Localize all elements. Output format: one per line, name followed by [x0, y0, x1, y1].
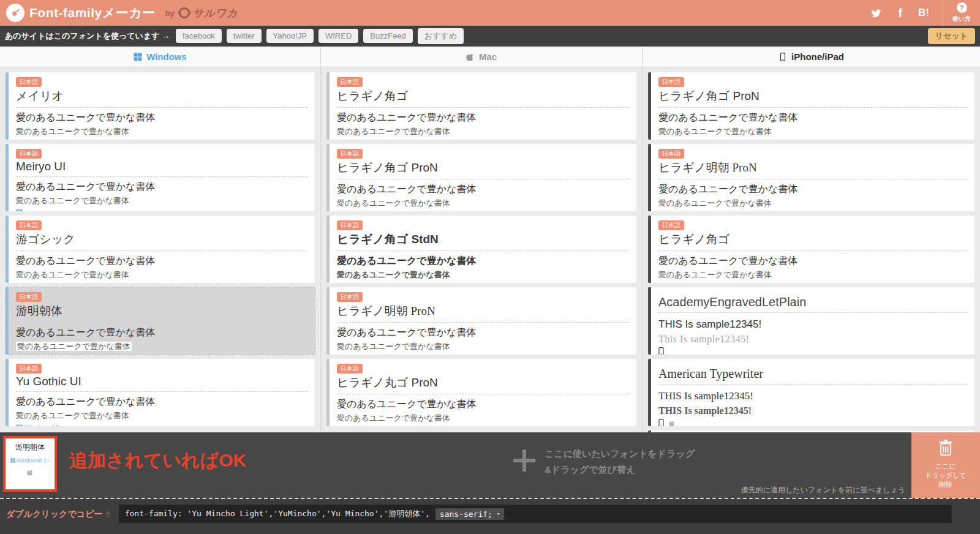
lang-badge: 日本語: [337, 77, 363, 87]
font-card[interactable]: 日本語游ゴシック愛のあるユニークで豊かな書体愛のあるユニークで豊かな書体Wind…: [6, 216, 315, 283]
code-text: font-family: 'Yu Mincho Light','YuMincho…: [125, 508, 430, 519]
font-name: ヒラギノ明朝 ProN: [658, 159, 967, 179]
font-name: ヒラギノ角ゴ ProN: [337, 159, 629, 179]
os-support: Windows10~: [16, 424, 307, 426]
selected-font-chip[interactable]: 游明朝体 Windows8.1~: [3, 436, 57, 492]
font-card[interactable]: 日本語游明朝体愛のあるユニークで豊かな書体愛のあるユニークで豊かな書体Windo…: [6, 287, 315, 355]
lang-badge: 日本語: [16, 220, 42, 230]
trash-drop-zone[interactable]: ここにドラッグして削除: [911, 432, 980, 498]
app-logo[interactable]: [6, 4, 24, 22]
lang-badge: 日本語: [337, 220, 363, 230]
font-name: ヒラギノ角ゴ ProN: [658, 87, 967, 108]
sample-text-large: 愛のあるユニークで豊かな書体: [16, 255, 307, 268]
priority-hint: 優先的に適用したいフォントを前に並べましょう: [741, 485, 905, 495]
windows-icon: [134, 53, 142, 61]
sample-text-small: 愛のあるユニークで豊かな書体: [658, 198, 967, 209]
font-name: 游明朝体: [16, 302, 307, 323]
font-family-code[interactable]: font-family: 'Yu Mincho Light','YuMincho…: [119, 505, 952, 523]
help-button[interactable]: ? 使い方: [943, 0, 980, 26]
site-button-wired[interactable]: WIRED: [318, 29, 358, 43]
lang-badge: 日本語: [658, 149, 684, 159]
twitter-icon[interactable]: [870, 7, 882, 19]
lang-badge: 日本語: [658, 77, 684, 87]
font-card[interactable]: 日本語ヒラギノ明朝 ProN愛のあるユニークで豊かな書体愛のあるユニークで豊かな…: [648, 144, 974, 211]
font-name: ヒラギノ角ゴ StdN: [337, 230, 629, 251]
sample-text-large: THIS Is sample12345!: [658, 390, 967, 402]
site-buttons: facebooktwitterYahoo!JPWIREDBuzzFeedおすすめ: [176, 28, 469, 44]
column-iphone: 日本語ヒラギノ角ゴ ProN愛のあるユニークで豊かな書体愛のあるユニークで豊かな…: [643, 67, 980, 432]
font-card[interactable]: 日本語ヒラギノ角ゴ StdN愛のあるユニークで豊かな書体愛のあるユニークで豊かな…: [326, 216, 636, 283]
site-button--[interactable]: おすすめ: [418, 28, 464, 44]
sample-text-small: 愛のあるユニークで豊かな書体: [337, 341, 629, 352]
sample-text-large: 愛のあるユニークで豊かな書体: [337, 255, 629, 268]
column-header-iphone: iPhone/iPad: [643, 47, 980, 67]
sample-text-large: THIS Is sample12345!: [658, 318, 967, 331]
font-card[interactable]: 日本語Meiryo UI愛のあるユニークで豊かな書体愛のあるユニークで豊かな書体: [6, 144, 315, 211]
iphone-icon: [658, 419, 664, 426]
site-button-facebook[interactable]: facebook: [176, 29, 222, 43]
font-name: Meiryo UI: [16, 159, 307, 177]
trash-icon: [938, 439, 953, 456]
site-button-twitter[interactable]: twitter: [227, 29, 262, 43]
sample-text-large: 愛のあるユニークで豊かな書体: [658, 255, 967, 268]
site-button-buzzfeed[interactable]: BuzzFeed: [363, 29, 413, 43]
site-font-label: あのサイトはこのフォントを使っています →: [5, 31, 170, 42]
windows-icon: [10, 458, 15, 463]
os-support: [16, 209, 307, 211]
sample-text-small: 愛のあるユニークで豊かな書体: [337, 413, 629, 424]
font-card[interactable]: 日本語ヒラギノ丸ゴ ProN愛のあるユニークで豊かな書体愛のあるユニークで豊かな…: [326, 359, 636, 426]
sample-text-large: 愛のあるユニークで豊かな書体: [658, 183, 967, 196]
fallback-select[interactable]: sans-serif; ▾: [435, 508, 505, 520]
font-card[interactable]: 日本語ヒラギノ明朝 ProN愛のあるユニークで豊かな書体愛のあるユニークで豊かな…: [326, 287, 636, 355]
apple-icon: [6, 467, 55, 478]
site-button-yahoo-jp[interactable]: Yahoo!JP: [266, 29, 314, 43]
font-card[interactable]: 日本語メイリオ愛のあるユニークで豊かな書体愛のあるユニークで豊かな書体: [6, 72, 315, 140]
font-drop-zone[interactable]: 游明朝体 Windows8.1~ 追加されていればOK ここに使いたいフォントを…: [0, 432, 980, 498]
font-card[interactable]: American TypewriterTHIS Is sample12345!T…: [648, 359, 974, 426]
reset-button[interactable]: リセット: [928, 28, 975, 44]
site-font-bar: あのサイトはこのフォントを使っています → facebooktwitterYah…: [0, 26, 980, 47]
sample-text-small: 愛のあるユニークで豊かな書体: [16, 269, 307, 280]
lang-badge: 日本語: [658, 220, 684, 230]
sample-text-small: 愛のあるユニークで豊かな書体: [16, 126, 307, 137]
trash-label: ここにドラッグして削除: [925, 462, 967, 489]
drop-hint-line1: ここに使いたいフォントをドラッグ: [545, 448, 695, 459]
sample-text-small: 愛のあるユニークで豊かな書体: [337, 198, 629, 209]
sample-text-small: THIS Is sample12345!: [658, 405, 755, 416]
copy-hint-label[interactable]: ダブルクリックでコピー ☝: [6, 505, 110, 523]
font-name: AcademyEngravedLetPlain: [658, 294, 967, 313]
apple-icon: [466, 53, 475, 61]
font-name: ヒラギノ角ゴ: [658, 230, 967, 251]
app-header: Font-familyメーカー by サルワカ f B! ? 使い方: [0, 0, 980, 26]
lang-badge: 日本語: [337, 149, 363, 159]
sample-text-small: 愛のあるユニークで豊かな書体: [658, 126, 967, 137]
lang-badge: 日本語: [16, 77, 42, 87]
sample-text-small: 愛のあるユニークで豊かな書体: [658, 269, 967, 280]
font-card[interactable]: 日本語ヒラギノ角ゴ ProN愛のあるユニークで豊かな書体愛のあるユニークで豊かな…: [326, 144, 636, 211]
question-icon: ?: [957, 2, 967, 13]
lang-badge: 日本語: [16, 292, 42, 302]
shovel-icon: [10, 7, 21, 18]
font-card[interactable]: 日本語ヒラギノ角ゴ ProN愛のあるユニークで豊かな書体愛のあるユニークで豊かな…: [648, 72, 974, 140]
font-name: Yu Gothic UI: [16, 374, 307, 392]
brand-name[interactable]: サルワカ: [193, 6, 238, 20]
sample-text-large: 愛のあるユニークで豊かな書体: [658, 111, 967, 124]
iphone-icon: [658, 347, 664, 355]
lang-badge: 日本語: [337, 292, 363, 302]
sample-text-small: 愛のあるユニークで豊かな書体: [16, 341, 307, 352]
column-windows: 日本語メイリオ愛のあるユニークで豊かな書体愛のあるユニークで豊かな書体日本語Me…: [0, 67, 321, 432]
sample-text-large: 愛のあるユニークで豊かな書体: [337, 111, 629, 124]
tutorial-annotation: 追加されていればOK: [69, 448, 246, 473]
hatena-bookmark-icon[interactable]: B!: [918, 7, 929, 19]
font-card[interactable]: 日本語ヒラギノ角ゴ愛のあるユニークで豊かな書体愛のあるユニークで豊かな書体OS …: [648, 216, 974, 283]
apple-icon: [669, 420, 676, 427]
lang-badge: 日本語: [16, 149, 42, 159]
font-card[interactable]: 日本語Yu Gothic UI愛のあるユニークで豊かな書体愛のあるユニークで豊か…: [6, 359, 315, 426]
font-card[interactable]: 日本語ヒラギノ角ゴ愛のあるユニークで豊かな書体愛のあるユニークで豊かな書体OS …: [326, 72, 636, 140]
font-name: メイリオ: [16, 87, 307, 108]
facebook-icon[interactable]: f: [898, 6, 902, 20]
column-mac: 日本語ヒラギノ角ゴ愛のあるユニークで豊かな書体愛のあるユニークで豊かな書体OS …: [321, 67, 643, 432]
column-headers: WindowsMaciPhone/iPad: [0, 47, 980, 67]
font-card[interactable]: AcademyEngravedLetPlainTHIS Is sample123…: [648, 287, 974, 355]
plus-icon: [513, 449, 535, 472]
